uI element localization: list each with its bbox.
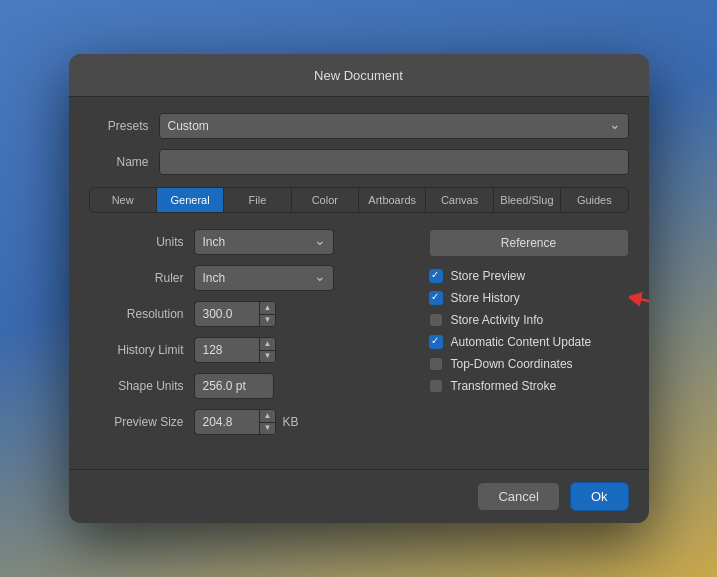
preview-size-stepper: ▲ ▼ [194, 409, 277, 435]
ruler-select[interactable]: Inch Pixel Millimeter Centimeter Point P… [194, 265, 334, 291]
resolution-stepper-buttons: ▲ ▼ [259, 301, 277, 327]
svg-line-1 [634, 298, 649, 306]
tab-artboards[interactable]: Artboards [359, 188, 426, 212]
preview-size-stepper-buttons: ▲ ▼ [259, 409, 277, 435]
history-limit-stepper: ▲ ▼ [194, 337, 277, 363]
history-limit-down-btn[interactable]: ▼ [260, 351, 276, 363]
dialog-body: Presets Custom Default Name New General … [69, 97, 649, 461]
resolution-up-btn[interactable]: ▲ [260, 302, 276, 315]
presets-select[interactable]: Custom Default [159, 113, 629, 139]
tab-guides[interactable]: Guides [561, 188, 627, 212]
history-limit-label: History Limit [89, 343, 184, 357]
name-label: Name [89, 155, 149, 169]
tab-color[interactable]: Color [292, 188, 359, 212]
units-row: Units Inch Pixel Millimeter Centimeter P… [89, 229, 413, 255]
auto-content-checkbox[interactable] [429, 335, 443, 349]
store-preview-label: Store Preview [451, 269, 526, 283]
store-history-label: Store History [451, 291, 520, 305]
shape-units-row: Shape Units 256.0 pt [89, 373, 413, 399]
new-document-dialog: New Document Presets Custom Default Name… [69, 54, 649, 523]
units-select-wrapper: Inch Pixel Millimeter Centimeter Point P… [194, 229, 334, 255]
store-history-checkbox[interactable] [429, 291, 443, 305]
preview-size-up-btn[interactable]: ▲ [260, 410, 276, 423]
resolution-row: Resolution ▲ ▼ [89, 301, 413, 327]
history-limit-up-btn[interactable]: ▲ [260, 338, 276, 351]
preview-size-unit: KB [282, 415, 298, 429]
top-down-label: Top-Down Coordinates [451, 357, 573, 371]
tab-file[interactable]: File [224, 188, 291, 212]
transformed-stroke-label: Transformed Stroke [451, 379, 557, 393]
preview-size-down-btn[interactable]: ▼ [260, 423, 276, 435]
store-activity-checkbox[interactable] [429, 313, 443, 327]
units-label: Units [89, 235, 184, 249]
units-select[interactable]: Inch Pixel Millimeter Centimeter Point P… [194, 229, 334, 255]
dialog-title-bar: New Document [69, 54, 649, 97]
history-limit-row: History Limit ▲ ▼ [89, 337, 413, 363]
name-row: Name [89, 149, 629, 175]
auto-content-row: Automatic Content Update [429, 335, 629, 349]
tab-bleed-slug[interactable]: Bleed/Slug [494, 188, 561, 212]
history-limit-input[interactable] [194, 337, 259, 363]
resolution-label: Resolution [89, 307, 184, 321]
preview-size-label: Preview Size [89, 415, 184, 429]
ok-button[interactable]: Ok [570, 482, 629, 511]
history-limit-stepper-buttons: ▲ ▼ [259, 337, 277, 363]
resolution-input[interactable] [194, 301, 259, 327]
presets-row: Presets Custom Default [89, 113, 629, 139]
presets-select-wrapper: Custom Default [159, 113, 629, 139]
auto-content-label: Automatic Content Update [451, 335, 592, 349]
store-preview-checkbox[interactable] [429, 269, 443, 283]
transformed-stroke-checkbox[interactable] [429, 379, 443, 393]
right-panel: Reference Store Preview Store History [429, 229, 629, 445]
tab-canvas[interactable]: Canvas [426, 188, 493, 212]
cancel-button[interactable]: Cancel [477, 482, 559, 511]
tab-general[interactable]: General [157, 188, 224, 212]
ruler-select-wrapper: Inch Pixel Millimeter Centimeter Point P… [194, 265, 334, 291]
ruler-label: Ruler [89, 271, 184, 285]
name-input[interactable] [159, 149, 629, 175]
shape-units-label: Shape Units [89, 379, 184, 393]
preview-size-input[interactable] [194, 409, 259, 435]
resolution-down-btn[interactable]: ▼ [260, 315, 276, 327]
preview-size-row: Preview Size ▲ ▼ KB [89, 409, 413, 435]
left-panel: Units Inch Pixel Millimeter Centimeter P… [89, 229, 413, 445]
tabs-row: New General File Color Artboards Canvas … [89, 187, 629, 213]
tab-new[interactable]: New [90, 188, 157, 212]
store-activity-label: Store Activity Info [451, 313, 544, 327]
shape-units-value: 256.0 pt [194, 373, 274, 399]
top-down-row: Top-Down Coordinates [429, 357, 629, 371]
top-down-checkbox[interactable] [429, 357, 443, 371]
red-arrow-icon [629, 284, 649, 312]
ruler-row: Ruler Inch Pixel Millimeter Centimeter P… [89, 265, 413, 291]
presets-label: Presets [89, 119, 149, 133]
resolution-stepper: ▲ ▼ [194, 301, 277, 327]
reference-button[interactable]: Reference [429, 229, 629, 257]
dialog-footer: Cancel Ok [69, 469, 649, 523]
dialog-title: New Document [314, 68, 403, 83]
store-history-row: Store History [429, 291, 629, 305]
main-content: Units Inch Pixel Millimeter Centimeter P… [89, 229, 629, 445]
store-preview-row: Store Preview [429, 269, 629, 283]
transformed-stroke-row: Transformed Stroke [429, 379, 629, 393]
store-activity-row: Store Activity Info [429, 313, 629, 327]
